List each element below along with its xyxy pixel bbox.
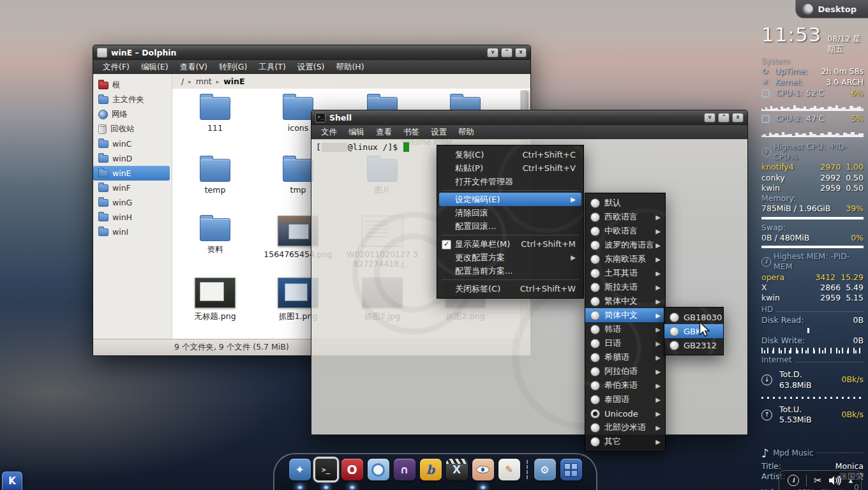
encoding-unicode[interactable]: Unicode▶ <box>585 406 665 420</box>
menu-help[interactable]: 帮助(H) <box>330 61 370 74</box>
menu-settings[interactable]: 设置(S) <box>292 61 331 74</box>
encoding-default[interactable]: 默认 <box>585 196 665 210</box>
menu-item-configure-scrollback[interactable]: 配置回滚... <box>437 219 583 233</box>
sidebar-item-trash[interactable]: 回收站 <box>93 122 170 137</box>
submenu-arrow-icon: ▶ <box>571 196 576 203</box>
minimize-button[interactable]: v <box>487 48 498 57</box>
sidebar-item-winF[interactable]: winF <box>93 181 170 195</box>
menu-item-clear-scrollback[interactable]: 清除回滚 <box>437 206 583 219</box>
breadcrumb[interactable]: / ▸ mnt ▸ winE <box>172 74 530 89</box>
close-button[interactable]: x <box>515 48 527 57</box>
crumb-mnt[interactable]: mnt <box>196 77 212 86</box>
menu-item-open-file-manager[interactable]: 打开文件管理器 <box>437 175 583 188</box>
encoding-arabic[interactable]: 阿拉伯语▶ <box>585 364 665 378</box>
encoding-hebrew[interactable]: 希伯来语▶ <box>585 378 665 392</box>
dock-icon-music-player[interactable]: ∩ <box>394 459 415 480</box>
menu-item-copy[interactable]: 复制(C)Ctrl+Shift+C <box>437 148 583 161</box>
dock-icon-video-player[interactable]: X <box>446 459 468 480</box>
encoding-traditional-chinese[interactable]: 繁体中文▶ <box>585 294 665 308</box>
menu-item-set-encoding[interactable]: 设定编码(E)▶ <box>439 193 581 206</box>
menu-item-paste[interactable]: 粘贴(P)Ctrl+Shift+V <box>437 161 583 175</box>
maximize-button[interactable]: ^ <box>718 113 730 122</box>
kernel-icon: ✳ <box>761 77 772 88</box>
sidebar-item-winD[interactable]: winD <box>93 151 170 166</box>
encoding-other[interactable]: 其它▶ <box>585 434 665 449</box>
encoding-japanese[interactable]: 日语▶ <box>585 336 665 350</box>
sidebar-item-network[interactable]: 网络 <box>93 107 170 122</box>
submenu-arrow-icon: ▶ <box>655 214 661 221</box>
menu-edit[interactable]: 编辑 <box>343 126 370 139</box>
encoding-central-european[interactable]: 中欧语言▶ <box>585 224 665 238</box>
radio-icon <box>590 283 600 292</box>
menu-bookmarks[interactable]: 书签 <box>398 126 425 139</box>
cpu-icon <box>761 115 770 123</box>
encoding-gb18030[interactable]: GB18030 <box>664 310 723 324</box>
crumb-current[interactable]: winE <box>223 77 244 86</box>
encoding-simplified-chinese[interactable]: 简体中文▶ <box>585 308 665 322</box>
encoding-thai[interactable]: 泰国语▶ <box>585 392 665 406</box>
encoding-cyrillic[interactable]: 斯拉夫语▶ <box>585 280 665 294</box>
submenu-arrow-icon: ▶ <box>571 254 576 261</box>
encoding-baltic[interactable]: 波罗的海语言▶ <box>585 238 665 252</box>
dock-icon-file-manager[interactable]: ✦ <box>289 459 311 480</box>
toolbox-cashew-icon <box>802 4 813 15</box>
crumb-root[interactable]: / <box>181 77 184 86</box>
file-item[interactable]: 无标题.png <box>175 276 255 321</box>
menu-file[interactable]: 文件(F) <box>97 61 135 74</box>
shell-titlebar[interactable]: >_ Shell v ^ x <box>311 110 747 125</box>
kde-menu-button[interactable]: K <box>2 471 22 490</box>
menu-file[interactable]: 文件 <box>315 126 343 139</box>
menu-view[interactable]: 查看 <box>370 126 398 139</box>
menu-help[interactable]: 帮助 <box>453 126 480 139</box>
minimize-button[interactable]: v <box>704 113 715 122</box>
dolphin-titlebar[interactable]: winE – Dolphin v ^ x <box>93 45 530 60</box>
file-item[interactable]: temp <box>175 155 255 195</box>
menu-item-change-profile[interactable]: 更改配置方案▶ <box>437 251 583 264</box>
sidebar-item-winI[interactable]: winI <box>93 225 170 239</box>
info-tray-icon[interactable]: i <box>788 475 799 486</box>
maximize-button[interactable]: ^ <box>501 48 513 57</box>
menu-go[interactable]: 转到(G) <box>213 61 253 74</box>
sidebar-item-home[interactable]: 主文件夹 <box>93 93 170 107</box>
sidebar-item-root[interactable]: 根 <box>93 78 170 93</box>
sidebar-item-winC[interactable]: winC <box>93 137 170 151</box>
encoding-korean[interactable]: 韩语▶ <box>585 322 665 336</box>
desktop-toolbox[interactable]: Desktop <box>795 0 868 19</box>
file-item[interactable]: 资料 <box>175 214 255 254</box>
dock-icon-opera[interactable]: O <box>341 459 363 480</box>
dock-icon-workspaces[interactable] <box>560 459 582 480</box>
close-button[interactable]: x <box>732 113 744 122</box>
menu-settings[interactable]: 设置 <box>425 126 453 139</box>
dock-icon-chromium[interactable] <box>368 459 389 480</box>
klipper-scissors-icon[interactable]: ✂ <box>814 475 822 486</box>
dock-icon-text-editor[interactable]: ✎ <box>498 459 520 480</box>
disk-write-row: Disk Write: 0B <box>761 336 864 346</box>
radio-icon <box>590 255 600 264</box>
encoding-greek[interactable]: 希腊语▶ <box>585 350 665 364</box>
sidebar-item-winH[interactable]: winH <box>93 210 170 225</box>
tray-expand-icon[interactable]: ▲ <box>849 478 853 484</box>
encoding-gb2312[interactable]: GB2312 <box>664 338 723 352</box>
dock-icon-eye-app[interactable] <box>472 459 494 480</box>
dock-icon-b-player[interactable]: b <box>420 459 442 480</box>
dock-icon-utilities[interactable]: ⚙ <box>534 459 556 480</box>
encoding-northern-saami[interactable]: 北部沙米语▶ <box>585 420 665 434</box>
file-item[interactable]: 111 <box>175 93 255 133</box>
sidebar-item-winE[interactable]: winE <box>93 166 170 181</box>
encoding-gbk[interactable]: GBK <box>664 324 723 338</box>
menu-item-show-menubar[interactable]: ✓显示菜单栏(M)Ctrl+Shift+M <box>437 237 583 251</box>
proc-row: X 28665.49 <box>761 283 864 293</box>
top-mem-header: i Highest MEM: -PID- MEM <box>761 251 864 272</box>
sidebar-item-winG[interactable]: winG <box>93 195 170 210</box>
menu-item-close-tab[interactable]: 关闭标签(C)Ctrl+Shift+W <box>437 282 583 295</box>
encoding-turkish[interactable]: 土耳其语▶ <box>585 266 665 280</box>
menu-tools[interactable]: 工具(T) <box>253 61 291 74</box>
volume-icon[interactable] <box>829 475 842 486</box>
menu-edit[interactable]: 编辑(E) <box>135 61 174 74</box>
menu-view[interactable]: 查看(V) <box>174 61 213 74</box>
menu-item-configure-profile[interactable]: 配置当前方案... <box>437 264 583 278</box>
encoding-south-eastern-european[interactable]: 东南欧语系▶ <box>585 252 665 266</box>
dock-icon-terminal[interactable]: >_ <box>315 459 337 480</box>
encoding-western-european[interactable]: 西欧语言▶ <box>585 210 665 224</box>
x-letter-icon: X <box>453 463 461 476</box>
